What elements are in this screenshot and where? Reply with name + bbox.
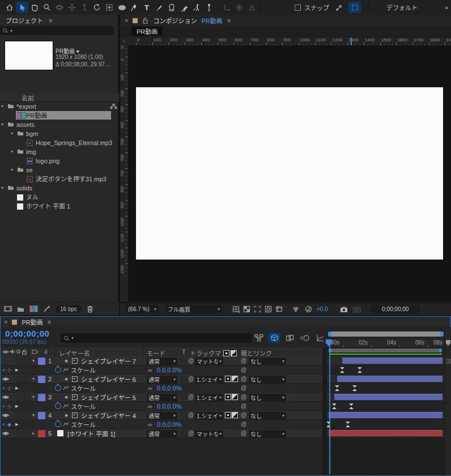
axis-local-tool[interactable] — [220, 2, 233, 13]
frame-blend-icon[interactable] — [284, 333, 295, 343]
label-color-box[interactable] — [38, 412, 45, 419]
trash-icon[interactable] — [87, 305, 93, 313]
puppet-pin-tool[interactable] — [203, 2, 215, 13]
rgb-channels-icon[interactable] — [291, 305, 300, 314]
property-label[interactable]: スケール — [71, 402, 96, 410]
expand-chevron-icon[interactable]: ▾ — [1, 184, 3, 193]
kf-current-icon[interactable]: ◆ — [7, 420, 11, 428]
expand-chevron-icon[interactable]: ▸ — [32, 429, 35, 437]
timeline-search[interactable]: ▾ — [61, 333, 252, 343]
keyframe-icon[interactable] — [335, 385, 339, 391]
timeline-columns-header[interactable]: #レイヤー名モードTトラックマ…親とリンク — [1, 347, 327, 357]
ruler-corner[interactable]: + — [120, 37, 129, 46]
matte-alpha-toggle[interactable] — [225, 376, 231, 382]
expression-pickwhip-icon[interactable]: @ — [241, 366, 246, 374]
expand-chevron-icon[interactable]: ▾ — [32, 375, 35, 383]
snap-checkbox[interactable] — [295, 5, 301, 11]
kf-next-icon[interactable]: ▶ — [15, 384, 18, 392]
kf-prev-icon[interactable]: ◀ — [2, 384, 5, 392]
constrain-proportions-icon[interactable]: ∞ — [148, 420, 152, 428]
layer-duration-bar[interactable] — [334, 394, 443, 400]
comp-button-icon[interactable] — [446, 359, 451, 364]
blend-mode-select[interactable]: 通常▾ — [147, 430, 177, 438]
layer-duration-bar[interactable] — [342, 358, 443, 364]
work-area-bar[interactable] — [329, 348, 442, 352]
timeline-search-input[interactable] — [76, 334, 226, 342]
expand-chevron-icon[interactable]: ▾ — [1, 102, 3, 111]
matte-alpha-toggle[interactable] — [225, 394, 231, 400]
draft-3d-icon[interactable] — [269, 333, 280, 343]
property-label[interactable]: スケール — [71, 420, 96, 428]
graph-toggle-icon[interactable] — [63, 420, 69, 428]
expand-chevron-icon[interactable]: ▾ — [32, 393, 35, 401]
matte-pickwhip-icon[interactable]: @ — [188, 393, 194, 401]
graph-toggle-icon[interactable] — [63, 384, 69, 392]
layer-row[interactable]: ▸5[ホワイト 平面 1]通常▾@マットな▾@なし▾ — [1, 429, 327, 438]
time-ruler[interactable]: 00s02s04s06s08s — [327, 339, 445, 348]
project-item-asset[interactable]: 決定ボタンを押す31.mp3 — [0, 175, 119, 184]
project-item-asset[interactable]: ホワイト 平面 1 — [0, 202, 119, 211]
snap-bounds-icon[interactable] — [348, 2, 361, 13]
preserve-transparency-toggle[interactable] — [181, 412, 187, 418]
label-color-box[interactable] — [38, 358, 45, 365]
matte-pickwhip-icon[interactable]: @ — [188, 411, 194, 419]
keyframe-icon[interactable] — [358, 367, 362, 373]
parent-select[interactable]: なし▾ — [249, 412, 286, 420]
parent-pickwhip-icon[interactable]: @ — [241, 356, 246, 365]
timeline-tab[interactable]: PR動画 — [22, 317, 42, 326]
matte-alpha-toggle[interactable] — [225, 412, 231, 418]
grid-options-icon[interactable] — [231, 305, 241, 314]
snapshot-camera-icon[interactable] — [339, 305, 349, 314]
parent-pickwhip-icon[interactable]: @ — [241, 393, 246, 401]
kf-prev-icon[interactable]: ◀ — [2, 420, 5, 428]
matte-pickwhip-icon[interactable]: @ — [188, 356, 194, 365]
track-matte-select[interactable]: マットな▾ — [195, 358, 223, 366]
eye-toggle-empty[interactable] — [2, 356, 9, 365]
orbit-camera-tool[interactable] — [53, 2, 66, 13]
workspace-selector[interactable]: デフォルト — [386, 3, 418, 12]
kf-current-icon[interactable]: ◇ — [7, 384, 11, 392]
expand-chevron-icon[interactable]: ▾ — [11, 165, 13, 175]
property-value[interactable]: 0.0,0.0% — [157, 366, 181, 374]
switch-well[interactable] — [16, 394, 23, 401]
layer-duration-bar[interactable] — [337, 376, 443, 382]
project-item-folder[interactable]: ▾bgm — [0, 129, 119, 138]
roto-brush-tool[interactable] — [190, 2, 203, 13]
hand-tool[interactable] — [28, 2, 41, 13]
roi-icon[interactable] — [253, 305, 262, 314]
expression-pickwhip-icon[interactable]: @ — [241, 384, 246, 392]
current-time-display[interactable]: 0;00;00;00 — [5, 329, 49, 338]
matte-luma-toggle[interactable] — [232, 394, 238, 400]
project-search[interactable]: ▾ — [0, 26, 114, 35]
expression-pickwhip-icon[interactable]: @ — [241, 420, 246, 428]
checkerboard-icon[interactable] — [242, 305, 252, 314]
search-options-caret-icon[interactable]: ▾ — [8, 28, 12, 33]
interpret-footage-icon[interactable] — [4, 305, 12, 312]
project-tab[interactable]: プロジェクト — [6, 16, 43, 25]
kf-current-icon[interactable]: ◇ — [7, 366, 11, 374]
property-value[interactable]: 0.0,0.0% — [157, 420, 181, 428]
rotate-tool[interactable] — [91, 2, 103, 13]
expand-chevron-icon[interactable]: ▾ — [11, 147, 13, 156]
expand-chevron-icon[interactable]: ▾ — [1, 120, 3, 129]
project-item-folder[interactable]: ▾assets — [0, 120, 119, 129]
preview-time-display[interactable]: 0;00;00;00 — [371, 305, 420, 313]
kf-prev-icon[interactable]: ◀ — [2, 402, 5, 410]
eye-icon[interactable] — [2, 411, 9, 419]
project-columns-header[interactable]: 名前 — [0, 93, 119, 102]
keyframe-icon[interactable] — [340, 367, 344, 373]
panel-lock-icon[interactable] — [142, 17, 148, 24]
track-matte-select[interactable]: 1.シェイ▾ — [195, 412, 223, 420]
zoom-tool[interactable] — [41, 2, 53, 13]
exposure-value[interactable]: +0.0 — [317, 306, 328, 312]
layer-row[interactable]: ▾3★シェイプレイヤー 5通常▾@1.シェイ▾@なし▾ — [1, 393, 327, 402]
matte-pickwhip-icon[interactable]: @ — [188, 429, 194, 437]
axis-world-tool[interactable] — [233, 2, 245, 13]
selection-tool[interactable] — [16, 2, 28, 13]
collapse-transform-icon[interactable] — [72, 358, 78, 364]
zoom-select[interactable]: (66.7 %)▾ — [126, 305, 159, 313]
show-snapshot-icon[interactable] — [352, 305, 362, 314]
kf-next-icon[interactable]: ▶ — [15, 402, 18, 410]
layer-row[interactable]: ▾2★シェイプレイヤー 6通常▾@1.シェイ▾@なし▾ — [1, 375, 327, 384]
search-options-caret-icon[interactable]: ▾ — [70, 335, 74, 341]
